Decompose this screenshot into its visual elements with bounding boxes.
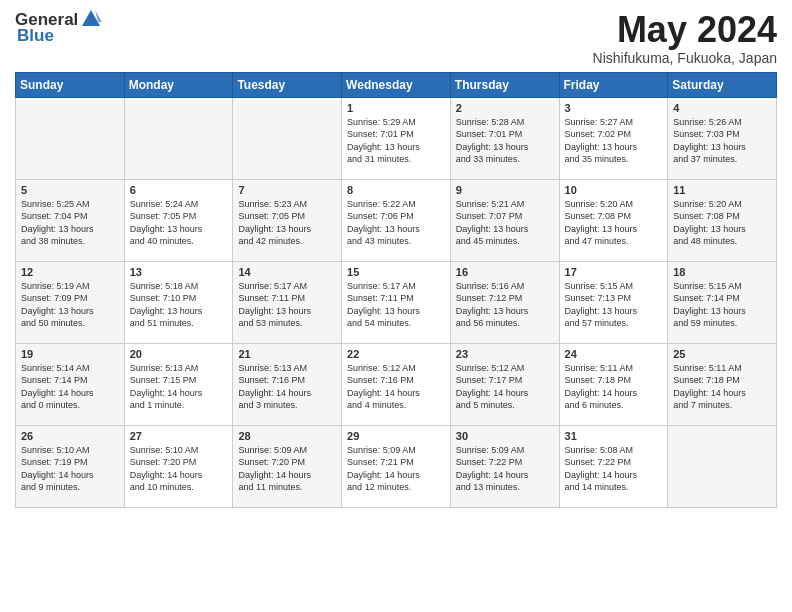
calendar-week-row: 19Sunrise: 5:14 AM Sunset: 7:14 PM Dayli… [16,343,777,425]
page-container: General Blue May 2024 Nishifukuma, Fukuo… [0,0,792,518]
calendar-cell: 20Sunrise: 5:13 AM Sunset: 7:15 PM Dayli… [124,343,233,425]
calendar-cell: 3Sunrise: 5:27 AM Sunset: 7:02 PM Daylig… [559,97,668,179]
calendar-cell: 14Sunrise: 5:17 AM Sunset: 7:11 PM Dayli… [233,261,342,343]
calendar-cell: 15Sunrise: 5:17 AM Sunset: 7:11 PM Dayli… [342,261,451,343]
day-number: 2 [456,102,554,114]
cell-info: Sunrise: 5:15 AM Sunset: 7:13 PM Dayligh… [565,280,663,330]
day-number: 26 [21,430,119,442]
calendar-week-row: 26Sunrise: 5:10 AM Sunset: 7:19 PM Dayli… [16,425,777,507]
calendar-cell: 13Sunrise: 5:18 AM Sunset: 7:10 PM Dayli… [124,261,233,343]
day-number: 25 [673,348,771,360]
day-number: 4 [673,102,771,114]
day-number: 16 [456,266,554,278]
day-number: 19 [21,348,119,360]
cell-info: Sunrise: 5:15 AM Sunset: 7:14 PM Dayligh… [673,280,771,330]
calendar-cell: 26Sunrise: 5:10 AM Sunset: 7:19 PM Dayli… [16,425,125,507]
calendar-cell [668,425,777,507]
cell-info: Sunrise: 5:22 AM Sunset: 7:06 PM Dayligh… [347,198,445,248]
cell-info: Sunrise: 5:11 AM Sunset: 7:18 PM Dayligh… [565,362,663,412]
cell-info: Sunrise: 5:09 AM Sunset: 7:20 PM Dayligh… [238,444,336,494]
cell-info: Sunrise: 5:09 AM Sunset: 7:21 PM Dayligh… [347,444,445,494]
calendar-cell [16,97,125,179]
day-number: 18 [673,266,771,278]
day-header-monday: Monday [124,72,233,97]
calendar-cell: 11Sunrise: 5:20 AM Sunset: 7:08 PM Dayli… [668,179,777,261]
cell-info: Sunrise: 5:17 AM Sunset: 7:11 PM Dayligh… [238,280,336,330]
day-number: 23 [456,348,554,360]
location-subtitle: Nishifukuma, Fukuoka, Japan [593,50,777,66]
logo-blue-text: Blue [17,26,54,46]
calendar-week-row: 5Sunrise: 5:25 AM Sunset: 7:04 PM Daylig… [16,179,777,261]
calendar-cell: 7Sunrise: 5:23 AM Sunset: 7:05 PM Daylig… [233,179,342,261]
cell-info: Sunrise: 5:13 AM Sunset: 7:15 PM Dayligh… [130,362,228,412]
cell-info: Sunrise: 5:21 AM Sunset: 7:07 PM Dayligh… [456,198,554,248]
calendar-cell: 8Sunrise: 5:22 AM Sunset: 7:06 PM Daylig… [342,179,451,261]
day-number: 11 [673,184,771,196]
day-number: 9 [456,184,554,196]
day-number: 22 [347,348,445,360]
day-number: 30 [456,430,554,442]
day-number: 3 [565,102,663,114]
cell-info: Sunrise: 5:12 AM Sunset: 7:17 PM Dayligh… [456,362,554,412]
logo: General Blue [15,10,102,46]
day-header-thursday: Thursday [450,72,559,97]
cell-info: Sunrise: 5:12 AM Sunset: 7:16 PM Dayligh… [347,362,445,412]
calendar-cell: 1Sunrise: 5:29 AM Sunset: 7:01 PM Daylig… [342,97,451,179]
calendar-cell: 21Sunrise: 5:13 AM Sunset: 7:16 PM Dayli… [233,343,342,425]
calendar-header-row: SundayMondayTuesdayWednesdayThursdayFrid… [16,72,777,97]
day-number: 8 [347,184,445,196]
calendar-week-row: 1Sunrise: 5:29 AM Sunset: 7:01 PM Daylig… [16,97,777,179]
calendar-cell: 10Sunrise: 5:20 AM Sunset: 7:08 PM Dayli… [559,179,668,261]
day-number: 5 [21,184,119,196]
calendar-cell: 31Sunrise: 5:08 AM Sunset: 7:22 PM Dayli… [559,425,668,507]
day-number: 13 [130,266,228,278]
calendar-cell [233,97,342,179]
cell-info: Sunrise: 5:20 AM Sunset: 7:08 PM Dayligh… [565,198,663,248]
day-header-sunday: Sunday [16,72,125,97]
day-number: 17 [565,266,663,278]
calendar-cell: 25Sunrise: 5:11 AM Sunset: 7:18 PM Dayli… [668,343,777,425]
day-number: 10 [565,184,663,196]
cell-info: Sunrise: 5:27 AM Sunset: 7:02 PM Dayligh… [565,116,663,166]
day-header-friday: Friday [559,72,668,97]
calendar-cell: 29Sunrise: 5:09 AM Sunset: 7:21 PM Dayli… [342,425,451,507]
cell-info: Sunrise: 5:18 AM Sunset: 7:10 PM Dayligh… [130,280,228,330]
day-number: 20 [130,348,228,360]
cell-info: Sunrise: 5:25 AM Sunset: 7:04 PM Dayligh… [21,198,119,248]
cell-info: Sunrise: 5:17 AM Sunset: 7:11 PM Dayligh… [347,280,445,330]
day-number: 1 [347,102,445,114]
calendar-cell [124,97,233,179]
cell-info: Sunrise: 5:23 AM Sunset: 7:05 PM Dayligh… [238,198,336,248]
day-number: 7 [238,184,336,196]
day-header-wednesday: Wednesday [342,72,451,97]
day-number: 24 [565,348,663,360]
day-header-saturday: Saturday [668,72,777,97]
cell-info: Sunrise: 5:11 AM Sunset: 7:18 PM Dayligh… [673,362,771,412]
day-number: 31 [565,430,663,442]
cell-info: Sunrise: 5:14 AM Sunset: 7:14 PM Dayligh… [21,362,119,412]
calendar-cell: 12Sunrise: 5:19 AM Sunset: 7:09 PM Dayli… [16,261,125,343]
day-number: 21 [238,348,336,360]
day-number: 15 [347,266,445,278]
calendar-cell: 5Sunrise: 5:25 AM Sunset: 7:04 PM Daylig… [16,179,125,261]
calendar-cell: 18Sunrise: 5:15 AM Sunset: 7:14 PM Dayli… [668,261,777,343]
calendar-cell: 27Sunrise: 5:10 AM Sunset: 7:20 PM Dayli… [124,425,233,507]
cell-info: Sunrise: 5:29 AM Sunset: 7:01 PM Dayligh… [347,116,445,166]
calendar-cell: 9Sunrise: 5:21 AM Sunset: 7:07 PM Daylig… [450,179,559,261]
cell-info: Sunrise: 5:10 AM Sunset: 7:20 PM Dayligh… [130,444,228,494]
calendar-cell: 22Sunrise: 5:12 AM Sunset: 7:16 PM Dayli… [342,343,451,425]
day-number: 29 [347,430,445,442]
calendar-cell: 28Sunrise: 5:09 AM Sunset: 7:20 PM Dayli… [233,425,342,507]
calendar-cell: 6Sunrise: 5:24 AM Sunset: 7:05 PM Daylig… [124,179,233,261]
calendar-cell: 17Sunrise: 5:15 AM Sunset: 7:13 PM Dayli… [559,261,668,343]
cell-info: Sunrise: 5:13 AM Sunset: 7:16 PM Dayligh… [238,362,336,412]
cell-info: Sunrise: 5:16 AM Sunset: 7:12 PM Dayligh… [456,280,554,330]
cell-info: Sunrise: 5:24 AM Sunset: 7:05 PM Dayligh… [130,198,228,248]
header: General Blue May 2024 Nishifukuma, Fukuo… [15,10,777,66]
cell-info: Sunrise: 5:20 AM Sunset: 7:08 PM Dayligh… [673,198,771,248]
day-header-tuesday: Tuesday [233,72,342,97]
cell-info: Sunrise: 5:28 AM Sunset: 7:01 PM Dayligh… [456,116,554,166]
cell-info: Sunrise: 5:10 AM Sunset: 7:19 PM Dayligh… [21,444,119,494]
calendar-week-row: 12Sunrise: 5:19 AM Sunset: 7:09 PM Dayli… [16,261,777,343]
cell-info: Sunrise: 5:09 AM Sunset: 7:22 PM Dayligh… [456,444,554,494]
